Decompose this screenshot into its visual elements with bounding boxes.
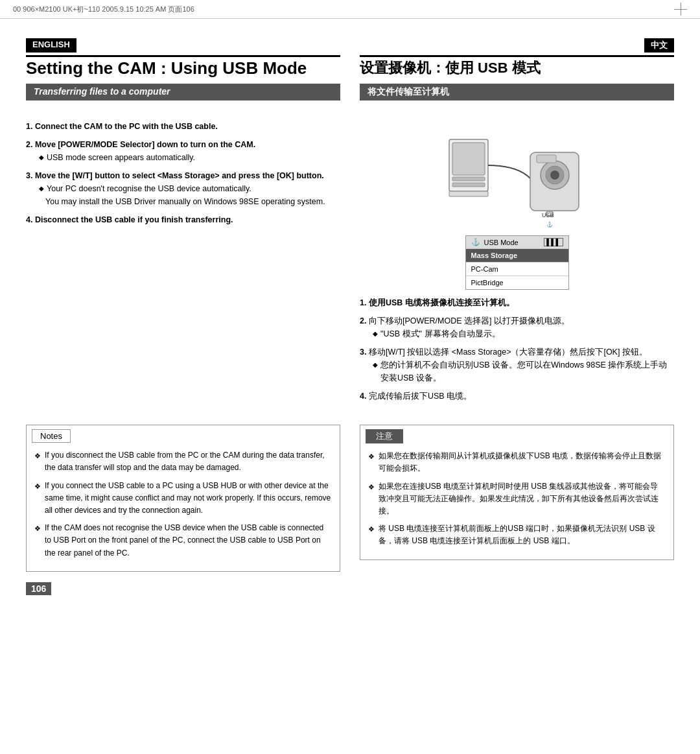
en-step-3-bullet-1: Your PC doesn't recognise the USB device… — [39, 182, 340, 195]
zh-note-3: 将 USB 电缆连接至计算机前面板上的USB 端口时，如果摄像机无法识别 USB… — [368, 523, 666, 547]
zh-title-block: 设置摄像机：使用 USB 模式 — [360, 55, 674, 84]
en-note-3: If the CAM does not recognise the USB de… — [34, 522, 332, 560]
zh-notes-box: 注意 如果您在数据传输期间从计算机或摄像机拔下USB 电缆，数据传输将会停止且数… — [360, 425, 674, 560]
en-step-1-text: 1. Connect the CAM to the PC with the US… — [26, 122, 218, 131]
en-title-block: Setting the CAM : Using USB Mode — [26, 55, 340, 84]
lang-badges: ENGLISH 中文 — [26, 38, 674, 53]
zh-steps: 1. 使用USB 电缆将摄像机连接至计算机。 2. 向下移动[POWER/MOD… — [360, 296, 674, 403]
usb-item-mass-storage[interactable]: Mass Storage — [466, 248, 568, 262]
svg-rect-1 — [452, 143, 485, 175]
zh-step-3: 3. 移动[W/T] 按钮以选择 <Mass Storage>（大容量存储）然后… — [360, 346, 674, 384]
usb-mode-panel: ⚓ USB Mode ▌▌▌ Mass Storage PC-Cam PictB… — [465, 235, 569, 290]
zh-subtitle: 将文件传输至计算机 — [360, 84, 674, 100]
usb-item-pictbridge[interactable]: PictBridge — [466, 276, 568, 289]
chinese-badge: 中文 — [644, 38, 674, 53]
en-notes-label: Notes — [32, 429, 71, 443]
title-row: Setting the CAM : Using USB Mode 设置摄像机：使… — [26, 55, 674, 84]
zh-notes-content: 如果您在数据传输期间从计算机或摄像机拔下USB 电缆，数据传输将会停止且数据可能… — [360, 447, 673, 559]
en-step-1: 1. Connect the CAM to the PC with the US… — [26, 120, 340, 133]
header-text: 00 906×M2100 UK+初~110 2005.9.15 10:25 AM… — [13, 5, 194, 14]
zh-step-2: 2. 向下移动[POWER/MODE 选择器] 以打开摄像机电源。 "USB 模… — [360, 314, 674, 340]
zh-step-3-bullet-1: 您的计算机不会自动识别USB 设备。您可以在Windows 98SE 操作系统上… — [373, 359, 674, 384]
subtitle-row: Transferring files to a computer 将文件传输至计… — [26, 84, 674, 111]
zh-notes-block: 注意 如果您在数据传输期间从计算机或摄像机拔下USB 电缆，数据传输将会停止且数… — [360, 414, 674, 595]
crosshair-icon — [674, 3, 687, 16]
en-steps: 1. Connect the CAM to the PC with the US… — [26, 120, 340, 226]
battery-icon: ▌▌▌ — [544, 238, 563, 246]
usb-mode-icon: ⚓ — [471, 238, 480, 246]
en-step-3: 3. Move the [W/T] button to select <Mass… — [26, 169, 340, 208]
svg-rect-2 — [449, 191, 488, 196]
en-step-3-subbullet: You may install the USB Driver manually … — [45, 195, 340, 208]
en-page-title: Setting the CAM : Using USB Mode — [26, 58, 340, 78]
en-step-4: 4. Disconnect the USB cable if you finis… — [26, 213, 340, 226]
top-rule-en — [26, 55, 340, 57]
svg-text:USB: USB — [542, 212, 554, 218]
usb-mode-label: USB Mode — [484, 239, 519, 246]
svg-point-8 — [550, 171, 559, 180]
main-content: ENGLISH 中文 Setting the CAM : Using USB M… — [0, 19, 700, 615]
zh-page-title: 设置摄像机：使用 USB 模式 — [360, 58, 674, 78]
zh-step-1: 1. 使用USB 电缆将摄像机连接至计算机。 — [360, 296, 674, 309]
en-step-2-text: 2. Move [POWER/MODE Selector] down to tu… — [26, 140, 255, 149]
en-subtitle: Transferring files to a computer — [26, 84, 340, 100]
en-note-2: If you connect the USB cable to a PC usi… — [34, 480, 332, 517]
zh-step-2-bullet-1: "USB 模式" 屏幕将会自动显示。 — [373, 327, 674, 340]
top-rule-zh — [360, 55, 674, 57]
en-notes-content: If you disconnect the USB cable from the… — [27, 447, 340, 571]
camera-diagram: USB ⚓ ⚓ USB Mode ▌▌▌ Mass Storage PC-Cam… — [360, 120, 674, 296]
usb-mode-header: ⚓ USB Mode ▌▌▌ — [466, 236, 568, 248]
bottom-area: Notes If you disconnect the USB cable fr… — [26, 414, 674, 595]
zh-note-1: 如果您在数据传输期间从计算机或摄像机拔下USB 电缆，数据传输将会停止且数据可能… — [368, 450, 666, 475]
en-steps-block: 1. Connect the CAM to the PC with the US… — [26, 120, 340, 408]
en-step-4-text: 4. Disconnect the USB cable if you finis… — [26, 215, 233, 224]
zh-step-1-text: 1. 使用USB 电缆将摄像机连接至计算机。 — [360, 298, 515, 307]
svg-rect-9 — [537, 155, 556, 163]
zh-step-4: 4. 完成传输后拔下USB 电缆。 — [360, 390, 674, 403]
en-note-1: If you disconnect the USB cable from the… — [34, 449, 332, 474]
en-notes-block: Notes If you disconnect the USB cable fr… — [26, 414, 340, 595]
en-step-3-text: 3. Move the [W/T] button to select <Mass… — [26, 171, 324, 180]
en-notes-box: Notes If you disconnect the USB cable fr… — [26, 425, 340, 572]
page-number-badge: 106 — [26, 572, 340, 595]
steps-row: 1. Connect the CAM to the PC with the US… — [26, 120, 674, 408]
svg-text:⚓: ⚓ — [546, 221, 553, 228]
camera-svg: USB ⚓ — [446, 126, 589, 230]
svg-rect-4 — [452, 183, 485, 187]
zh-notes-label: 注意 — [366, 429, 403, 443]
english-badge: ENGLISH — [26, 38, 76, 53]
en-step-2: 2. Move [POWER/MODE Selector] down to tu… — [26, 138, 340, 164]
header-bar: 00 906×M2100 UK+初~110 2005.9.15 10:25 AM… — [0, 0, 700, 19]
zh-steps-block: USB ⚓ ⚓ USB Mode ▌▌▌ Mass Storage PC-Cam… — [360, 120, 674, 408]
zh-note-2: 如果您在连接USB 电缆至计算机时同时使用 USB 集线器或其他设备，将可能会导… — [368, 480, 666, 518]
usb-item-pc-cam[interactable]: PC-Cam — [466, 262, 568, 276]
en-step-2-bullet-1: USB mode screen appears automatically. — [39, 151, 340, 164]
page-number: 106 — [26, 582, 51, 595]
svg-rect-3 — [452, 177, 485, 181]
